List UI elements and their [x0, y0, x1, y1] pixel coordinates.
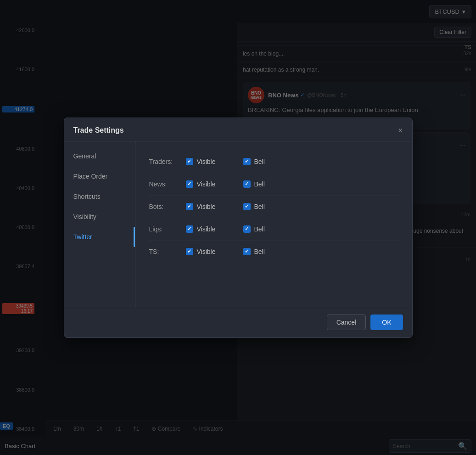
settings-row-liqs: Liqs: Visible Bell — [149, 218, 398, 241]
modal-footer: Cancel OK — [64, 307, 412, 337]
liqs-bell-group: Bell — [243, 225, 265, 233]
bots-bell-label: Bell — [254, 203, 265, 210]
modal-header: Trade Settings × — [64, 118, 412, 141]
ts-visible-checkbox[interactable] — [186, 248, 193, 255]
traders-bell-label: Bell — [254, 158, 265, 165]
sidebar-label-shortcuts: Shortcuts — [73, 193, 101, 200]
settings-row-traders: Traders: Visible Bell — [149, 151, 398, 173]
liqs-options: Visible Bell — [186, 225, 398, 233]
sidebar-label-general: General — [73, 152, 96, 160]
cancel-button[interactable]: Cancel — [327, 315, 366, 330]
liqs-visible-label: Visible — [197, 225, 216, 233]
liqs-label: Liqs: — [149, 225, 186, 233]
news-visible-label: Visible — [197, 180, 216, 188]
ts-bell-group: Bell — [243, 248, 265, 255]
traders-bell-group: Bell — [243, 158, 265, 165]
traders-visible-checkbox[interactable] — [186, 158, 193, 165]
traders-visible-label: Visible — [197, 158, 216, 165]
news-visible-checkbox[interactable] — [186, 180, 193, 188]
news-bell-group: Bell — [243, 180, 265, 188]
ts-visible-label: Visible — [197, 248, 216, 255]
traders-visible-group: Visible — [186, 158, 216, 165]
settings-row-ts: TS: Visible Bell — [149, 241, 398, 263]
ts-bell-label: Bell — [254, 248, 265, 255]
bots-visible-group: Visible — [186, 203, 216, 210]
sidebar-label-twitter: Twitter — [73, 233, 92, 241]
news-visible-group: Visible — [186, 180, 216, 188]
bots-bell-group: Bell — [243, 203, 265, 210]
traders-bell-checkbox[interactable] — [243, 158, 251, 165]
modal-sidebar: General Place Order Shortcuts Visibility… — [64, 141, 135, 307]
traders-options: Visible Bell — [186, 158, 398, 165]
bots-label: Bots: — [149, 203, 186, 210]
modal-settings-content: Traders: Visible Bell News: — [135, 141, 412, 307]
ts-bell-checkbox[interactable] — [243, 248, 251, 255]
bots-options: Visible Bell — [186, 203, 398, 210]
sidebar-item-place-order[interactable]: Place Order — [64, 166, 135, 186]
sidebar-label-visibility: Visibility — [73, 213, 96, 220]
settings-row-news: News: Visible Bell — [149, 173, 398, 196]
settings-row-bots: Bots: Visible Bell — [149, 196, 398, 218]
sidebar-item-shortcuts[interactable]: Shortcuts — [64, 186, 135, 207]
ts-label: TS: — [149, 248, 186, 255]
news-options: Visible Bell — [186, 180, 398, 188]
modal-close-button[interactable]: × — [398, 126, 403, 135]
liqs-visible-group: Visible — [186, 225, 216, 233]
sidebar-item-general[interactable]: General — [64, 146, 135, 166]
sidebar-item-visibility[interactable]: Visibility — [64, 207, 135, 227]
news-bell-label: Bell — [254, 180, 265, 188]
bots-visible-checkbox[interactable] — [186, 203, 193, 210]
liqs-visible-checkbox[interactable] — [186, 225, 193, 233]
ok-button[interactable]: OK — [370, 315, 403, 330]
news-label: News: — [149, 180, 186, 188]
trade-settings-modal: Trade Settings × General Place Order Sho… — [64, 118, 413, 338]
modal-title: Trade Settings — [73, 126, 124, 135]
ts-visible-group: Visible — [186, 248, 216, 255]
news-bell-checkbox[interactable] — [243, 180, 251, 188]
sidebar-item-twitter[interactable]: Twitter — [64, 227, 135, 247]
ts-options: Visible Bell — [186, 248, 398, 255]
bots-bell-checkbox[interactable] — [243, 203, 251, 210]
traders-label: Traders: — [149, 158, 186, 165]
liqs-bell-checkbox[interactable] — [243, 225, 251, 233]
liqs-bell-label: Bell — [254, 225, 265, 233]
modal-overlay: Trade Settings × General Place Order Sho… — [0, 0, 476, 455]
sidebar-label-place-order: Place Order — [73, 173, 108, 180]
bots-visible-label: Visible — [197, 203, 216, 210]
modal-body: General Place Order Shortcuts Visibility… — [64, 141, 412, 307]
